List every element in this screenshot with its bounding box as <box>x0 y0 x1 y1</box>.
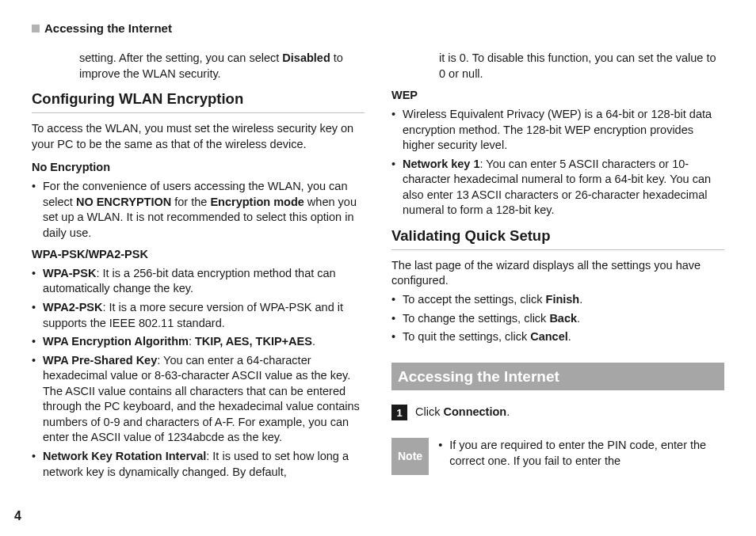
note-row: Note If you are required to enter the PI… <box>391 438 724 475</box>
intro-paragraph: To access the WLAN, you must set the wir… <box>32 121 365 152</box>
text: To accept the settings, click <box>403 293 546 306</box>
text: . <box>577 312 580 325</box>
list-item: If you are required to enter the PIN cod… <box>438 438 724 469</box>
subheading-wpa: WPA-PSK/WPA2-PSK <box>32 247 365 263</box>
bold-text: WPA2-PSK <box>43 301 102 314</box>
page-number: 4 <box>14 507 21 525</box>
list-item: Wireless Equivalent Privacy (WEP) is a 6… <box>391 107 724 154</box>
list-item: WPA Pre-Shared Key: You can enter a 64-c… <box>32 353 365 446</box>
bold-text: Network Key Rotation Interval <box>43 450 206 462</box>
text: To quit the settings, click <box>403 330 530 343</box>
step-row: 1 Click Connection. <box>391 405 724 420</box>
list-item: WPA-PSK: It is a 256-bit data encryption… <box>32 266 365 297</box>
right-column: it is 0. To disable this function, you c… <box>391 51 724 483</box>
bullet-list: Wireless Equivalent Privacy (WEP) is a 6… <box>391 107 724 219</box>
continuation-paragraph: setting. After the setting, you can sele… <box>79 51 365 82</box>
subheading-wep: WEP <box>391 88 724 104</box>
bold-text: WPA Encryption Algorithm <box>43 335 189 348</box>
breadcrumb: Accessing the Internet <box>32 21 724 36</box>
section-heading-configuring: Configuring WLAN Encryption <box>32 89 365 113</box>
bold-text: TKIP, AES, TKIP+AES <box>195 335 312 348</box>
bold-text: NO ENCRYPTION <box>76 196 171 208</box>
bold-text: Network key 1 <box>403 158 480 170</box>
bullet-list: To accept the settings, click Finish. To… <box>391 292 724 345</box>
text: . <box>506 405 510 418</box>
text: : You can enter a 64-character hexadecim… <box>43 354 360 444</box>
step-number-badge: 1 <box>391 405 407 420</box>
list-item: To accept the settings, click Finish. <box>391 292 724 308</box>
document-page: Accessing the Internet setting. After th… <box>0 0 756 536</box>
bold-text: WPA-PSK <box>43 267 96 279</box>
continuation-paragraph: it is 0. To disable this function, you c… <box>439 51 724 82</box>
step-text: Click Connection. <box>415 405 510 420</box>
text: . <box>568 330 571 343</box>
bold-text: Encryption mode <box>210 196 304 208</box>
note-body: If you are required to enter the PIN cod… <box>438 438 724 472</box>
text: setting. After the setting, you can sele… <box>79 51 282 64</box>
list-item: Network Key Rotation Interval: It is use… <box>32 449 365 480</box>
text: : <box>189 335 195 348</box>
intro-paragraph: The last page of the wizard displays all… <box>391 258 724 289</box>
bold-text: Finish <box>546 293 580 306</box>
bullet-list: If you are required to enter the PIN cod… <box>438 438 724 469</box>
list-item: For the convenience of users accessing t… <box>32 179 365 241</box>
list-item: To change the settings, click Back. <box>391 311 724 327</box>
chapter-title-bar: Accessing the Internet <box>391 363 724 391</box>
section-heading-validating: Validating Quick Setup <box>391 226 724 250</box>
bullet-list: For the convenience of users accessing t… <box>32 179 365 241</box>
list-item: WPA Encryption Algorithm: TKIP, AES, TKI… <box>32 334 365 350</box>
bullet-list: WPA-PSK: It is a 256-bit data encryption… <box>32 266 365 480</box>
list-item: Network key 1: You can enter 5 ASCII cha… <box>391 157 724 219</box>
two-column-layout: setting. After the setting, you can sele… <box>32 51 724 483</box>
text: . <box>579 293 582 306</box>
list-item: To quit the settings, click Cancel. <box>391 329 724 345</box>
bold-text: Cancel <box>530 330 568 343</box>
bullet-icon <box>32 25 40 32</box>
text: for the <box>171 196 210 208</box>
list-item: WPA2-PSK: It is a more secure version of… <box>32 300 365 331</box>
text: . <box>312 335 315 348</box>
left-column: setting. After the setting, you can sele… <box>32 51 365 483</box>
text: To change the settings, click <box>403 312 549 325</box>
bold-text: Back <box>549 312 577 325</box>
bold-text: Disabled <box>282 51 330 64</box>
bold-text: Connection <box>443 405 506 418</box>
bold-text: WPA Pre-Shared Key <box>43 354 157 367</box>
note-label-box: Note <box>391 438 429 475</box>
breadcrumb-label: Accessing the Internet <box>44 21 172 36</box>
subheading-no-encryption: No Encryption <box>32 160 365 176</box>
text: Click <box>415 405 443 418</box>
